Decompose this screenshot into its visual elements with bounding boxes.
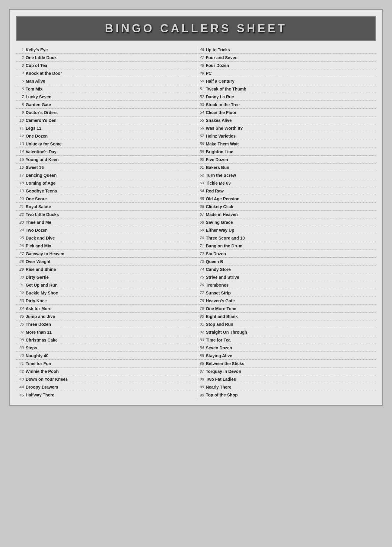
item-name: Queen B — [206, 259, 223, 264]
list-item: 21 Royal Salute — [16, 203, 196, 211]
item-name: Old Age Pension — [206, 196, 240, 201]
item-number: 68 — [197, 220, 206, 224]
list-item: 52 Danny La Rue — [196, 93, 376, 101]
item-number: 85 — [197, 353, 206, 358]
list-item: 7 Lucky Seven — [16, 93, 196, 101]
item-name: Was She Worth It? — [206, 126, 243, 131]
list-item: 20 One Score — [16, 195, 196, 203]
list-item: 17 Dancing Queen — [16, 171, 196, 179]
item-number: 15 — [17, 157, 26, 162]
list-item: 86 Between the Sticks — [196, 360, 376, 367]
item-name: Legs 11 — [26, 126, 41, 131]
list-item: 19 Goodbye Teens — [16, 187, 196, 195]
item-name: PC — [206, 71, 212, 76]
item-number: 4 — [17, 71, 26, 75]
item-number: 28 — [17, 259, 26, 264]
item-number: 89 — [197, 385, 206, 389]
item-name: Tom Mix — [26, 87, 43, 91]
list-item: 9 Doctor's Orders — [16, 109, 196, 116]
item-name: Seven Dozen — [206, 345, 232, 350]
item-name: Nearly There — [206, 385, 231, 390]
list-item: 30 Dirty Gertie — [16, 273, 196, 281]
item-number: 67 — [197, 212, 206, 217]
item-name: One More Time — [206, 306, 236, 311]
item-name: Garden Gate — [26, 102, 51, 107]
item-name: Straight On Through — [206, 330, 247, 335]
item-number: 22 — [17, 212, 26, 217]
list-item: 55 Snakes Alive — [196, 116, 376, 124]
item-name: Royal Salute — [26, 204, 51, 209]
item-number: 52 — [197, 94, 206, 99]
item-number: 86 — [197, 361, 206, 366]
item-number: 71 — [197, 243, 206, 248]
item-number: 13 — [17, 142, 26, 146]
item-number: 64 — [197, 189, 206, 193]
list-item: 45 Halfway There — [16, 391, 196, 399]
item-name: Four and Seven — [206, 55, 237, 60]
item-number: 88 — [197, 377, 206, 381]
item-number: 35 — [17, 314, 26, 319]
list-item: 63 Tickle Me 63 — [196, 179, 376, 187]
item-number: 77 — [197, 291, 206, 295]
list-item: 46 Up to Tricks — [196, 46, 376, 54]
item-name: Top of the Shop — [206, 393, 238, 397]
item-name: Dancing Queen — [26, 173, 57, 178]
item-name: Up to Tricks — [206, 47, 230, 52]
list-item: 69 Either Way Up — [196, 226, 376, 234]
item-number: 74 — [197, 267, 206, 272]
list-item: 58 Make Them Wait — [196, 140, 376, 148]
item-number: 12 — [17, 134, 26, 138]
item-number: 5 — [17, 79, 26, 83]
item-number: 11 — [17, 126, 26, 130]
item-name: Clickety Click — [206, 204, 233, 209]
item-name: Brighton Line — [206, 149, 233, 154]
item-name: Buckle My Shoe — [26, 291, 58, 295]
list-item: 2 One Little Duck — [16, 54, 196, 62]
item-name: Thee and Me — [26, 220, 51, 225]
item-number: 81 — [197, 322, 206, 326]
item-name: Time for Tea — [206, 338, 231, 342]
item-name: Ask for More — [26, 306, 52, 311]
item-number: 48 — [197, 63, 206, 68]
list-item: 39 Steps — [16, 344, 196, 352]
item-number: 62 — [197, 173, 206, 177]
list-item: 68 Saving Grace — [196, 218, 376, 226]
item-name: Doctor's Orders — [26, 110, 58, 115]
item-number: 55 — [197, 118, 206, 122]
item-number: 70 — [197, 236, 206, 240]
item-number: 10 — [17, 118, 26, 122]
list-item: 51 Tweak of the Thumb — [196, 85, 376, 93]
item-name: Get Up and Run — [26, 283, 58, 288]
item-name: Stop and Run — [206, 322, 233, 327]
item-name: Two Fat Ladies — [206, 377, 236, 382]
list-item: 71 Bang on the Drum — [196, 242, 376, 250]
item-name: Snakes Alive — [206, 118, 232, 123]
item-name: Christmas Cake — [26, 338, 58, 342]
bingo-page: BINGO CALLERS SHEET 1 Kelly's Eye 2 One … — [9, 9, 383, 406]
item-number: 47 — [197, 55, 206, 60]
item-name: Bakers Bun — [206, 165, 229, 170]
item-name: Torquay in Devon — [206, 369, 241, 374]
item-number: 51 — [197, 87, 206, 91]
list-item: 70 Three Score and 10 — [196, 234, 376, 242]
item-number: 78 — [197, 298, 206, 303]
item-name: Gateway to Heaven — [26, 251, 64, 256]
list-item: 27 Gateway to Heaven — [16, 250, 196, 258]
list-item: 41 Time for Fun — [16, 360, 196, 367]
item-number: 42 — [17, 369, 26, 374]
item-number: 33 — [17, 298, 26, 303]
list-item: 32 Buckle My Shoe — [16, 289, 196, 297]
list-item: 79 One More Time — [196, 305, 376, 313]
item-name: Man Alive — [26, 79, 45, 84]
item-number: 30 — [17, 275, 26, 279]
list-item: 76 Trombones — [196, 281, 376, 289]
item-number: 73 — [197, 259, 206, 264]
item-number: 76 — [197, 283, 206, 287]
list-item: 84 Seven Dozen — [196, 344, 376, 352]
item-number: 16 — [17, 165, 26, 170]
list-item: 85 Staying Alive — [196, 352, 376, 360]
item-name: Winnie the Pooh — [26, 369, 59, 374]
item-name: Two Little Ducks — [26, 212, 59, 217]
item-name: Strive and Strive — [206, 275, 239, 280]
item-name: Young and Keen — [26, 157, 59, 162]
